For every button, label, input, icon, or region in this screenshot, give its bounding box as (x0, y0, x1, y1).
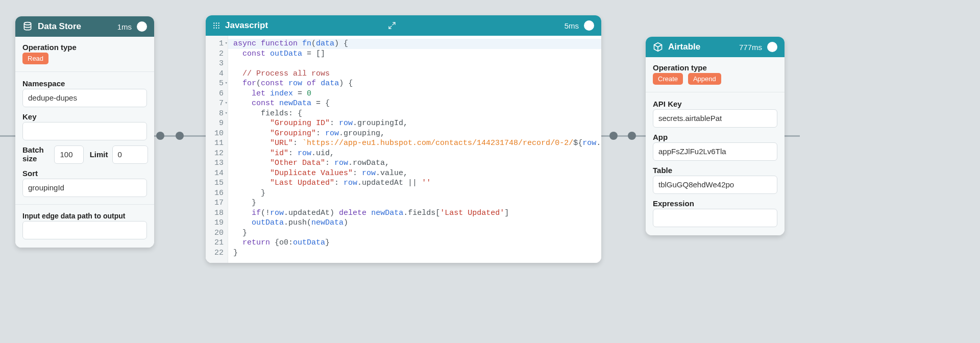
code-editor[interactable]: 12345678910111213141516171819202122 asyn… (206, 36, 601, 263)
expression-input[interactable] (653, 209, 777, 227)
edge-port[interactable] (176, 132, 184, 140)
svg-point-6 (218, 25, 219, 26)
batch-size-input[interactable]: 100 (54, 145, 83, 164)
edge (601, 135, 646, 137)
node-header[interactable]: Javascript 5ms i (206, 15, 601, 36)
app-input[interactable]: appFsZJlFu2Lv6Tla (653, 142, 777, 161)
svg-point-5 (216, 25, 217, 26)
edge-port[interactable] (609, 132, 618, 140)
info-icon[interactable]: i (584, 20, 594, 31)
node-timing: 5ms (565, 21, 579, 30)
sort-label: Sort (22, 169, 147, 178)
box-icon (653, 42, 663, 52)
sort-input[interactable]: groupingId (22, 179, 147, 197)
node-title: Javascript (225, 20, 383, 31)
edge (785, 135, 800, 137)
node-data-store[interactable]: Data Store 1ms i Operation type Read Nam… (15, 16, 154, 248)
node-title: Airtable (668, 42, 734, 52)
database-icon (22, 21, 33, 32)
op-create-button[interactable]: Create (653, 73, 683, 85)
op-type-label: Operation type (653, 63, 777, 72)
node-title: Data Store (38, 21, 112, 32)
svg-point-3 (218, 22, 219, 23)
op-type-label: Operation type (22, 43, 147, 52)
op-read-button[interactable]: Read (22, 53, 48, 64)
info-icon[interactable]: i (137, 21, 147, 32)
separator (646, 92, 785, 92)
limit-label: Limit (90, 150, 108, 159)
svg-point-4 (213, 25, 214, 26)
svg-point-7 (213, 28, 214, 29)
edge-port[interactable] (156, 132, 164, 140)
op-append-button[interactable]: Append (688, 73, 721, 85)
grip-icon[interactable] (213, 22, 220, 29)
node-javascript[interactable]: Javascript 5ms i 12345678910111213141516… (206, 15, 601, 263)
key-input[interactable] (22, 122, 147, 140)
edge (0, 135, 15, 137)
namespace-label: Namespace (22, 79, 147, 88)
table-label: Table (653, 166, 777, 175)
table-input[interactable]: tblGuGQ8ehdWe42po (653, 176, 777, 194)
svg-point-9 (218, 28, 219, 29)
output-path-label: Input edge data path to output (22, 212, 147, 220)
node-header[interactable]: Airtable 777ms i (646, 37, 785, 57)
app-label: App (653, 133, 777, 141)
svg-point-1 (213, 22, 214, 23)
expand-icon[interactable] (388, 21, 396, 30)
node-timing: 1ms (117, 22, 132, 31)
separator (15, 204, 154, 205)
api-key-input[interactable]: secrets.airtablePat (653, 109, 777, 128)
node-timing: 777ms (739, 43, 762, 52)
namespace-input[interactable]: dedupe-dupes (22, 89, 147, 107)
key-label: Key (22, 112, 147, 121)
info-icon[interactable]: i (767, 42, 777, 52)
node-airtable[interactable]: Airtable 777ms i Operation type Create A… (646, 37, 785, 235)
svg-point-2 (216, 22, 217, 23)
separator (15, 71, 154, 72)
node-header[interactable]: Data Store 1ms i (15, 16, 154, 37)
svg-point-0 (24, 22, 31, 25)
batch-size-label: Batch size (22, 145, 50, 163)
api-key-label: API Key (653, 100, 777, 108)
output-path-input[interactable] (22, 221, 147, 239)
edge-port[interactable] (628, 132, 636, 140)
expression-label: Expression (653, 199, 777, 208)
limit-input[interactable]: 0 (112, 145, 148, 164)
svg-point-8 (216, 28, 217, 29)
